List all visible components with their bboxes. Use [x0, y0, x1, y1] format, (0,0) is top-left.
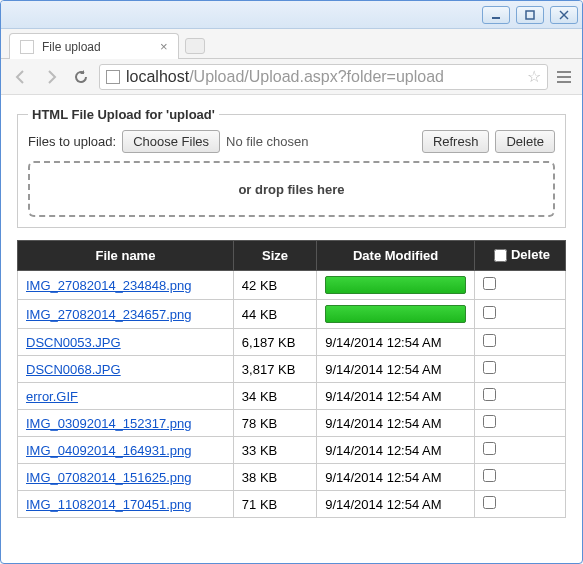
file-link[interactable]: DSCN0053.JPG: [26, 335, 121, 350]
window-titlebar: [1, 1, 582, 29]
reload-button[interactable]: [69, 65, 93, 89]
fieldset-legend: HTML File Upload for 'upload': [28, 107, 219, 122]
file-link[interactable]: error.GIF: [26, 389, 78, 404]
chrome-menu-button[interactable]: [554, 67, 574, 87]
svg-rect-1: [526, 11, 534, 19]
file-date: 9/14/2014 12:54 AM: [317, 410, 475, 437]
files-to-upload-label: Files to upload:: [28, 134, 116, 149]
file-date: 9/14/2014 12:54 AM: [317, 491, 475, 518]
file-link[interactable]: DSCN0068.JPG: [26, 362, 121, 377]
file-date: 9/14/2014 12:54 AM: [317, 437, 475, 464]
browser-tab[interactable]: File upload ×: [9, 33, 179, 59]
file-size: 3,817 KB: [233, 356, 316, 383]
file-link[interactable]: IMG_07082014_151625.png: [26, 470, 192, 485]
page-content: HTML File Upload for 'upload' Files to u…: [1, 95, 582, 530]
file-size: 42 KB: [233, 271, 316, 300]
table-row: IMG_27082014_234657.png44 KB: [18, 300, 566, 329]
delete-button[interactable]: Delete: [495, 130, 555, 153]
upload-progress-bar: [325, 276, 466, 294]
col-size: Size: [233, 241, 316, 271]
upload-fieldset: HTML File Upload for 'upload' Files to u…: [17, 107, 566, 228]
col-delete: Delete: [474, 241, 565, 271]
table-row: IMG_04092014_164931.png33 KB9/14/2014 12…: [18, 437, 566, 464]
delete-row-checkbox[interactable]: [483, 277, 496, 290]
files-table: File name Size Date Modified Delete IMG_…: [17, 240, 566, 518]
delete-row-checkbox[interactable]: [483, 496, 496, 509]
file-date: [317, 271, 475, 300]
file-size: 33 KB: [233, 437, 316, 464]
file-size: 71 KB: [233, 491, 316, 518]
refresh-button[interactable]: Refresh: [422, 130, 490, 153]
file-link[interactable]: IMG_27082014_234848.png: [26, 278, 192, 293]
maximize-button[interactable]: [516, 6, 544, 24]
file-link[interactable]: IMG_27082014_234657.png: [26, 307, 192, 322]
forward-button[interactable]: [39, 65, 63, 89]
table-row: error.GIF34 KB9/14/2014 12:54 AM: [18, 383, 566, 410]
no-file-chosen-text: No file chosen: [226, 134, 308, 149]
delete-all-checkbox[interactable]: [494, 249, 507, 262]
tab-title: File upload: [42, 40, 101, 54]
table-row: DSCN0053.JPG6,187 KB9/14/2014 12:54 AM: [18, 329, 566, 356]
upload-progress-bar: [325, 305, 466, 323]
drop-zone-hint: or drop files here: [238, 182, 344, 197]
delete-row-checkbox[interactable]: [483, 334, 496, 347]
browser-window: File upload × localhost/Upload/Upload.as…: [0, 0, 583, 564]
file-size: 78 KB: [233, 410, 316, 437]
file-date: [317, 300, 475, 329]
upload-controls-row: Files to upload: Choose Files No file ch…: [28, 130, 555, 153]
address-bar[interactable]: localhost/Upload/Upload.aspx?folder=uplo…: [99, 64, 548, 90]
file-size: 44 KB: [233, 300, 316, 329]
delete-row-checkbox[interactable]: [483, 306, 496, 319]
file-date: 9/14/2014 12:54 AM: [317, 464, 475, 491]
page-icon: [20, 40, 34, 54]
bookmark-star-icon[interactable]: ☆: [527, 67, 541, 86]
col-date: Date Modified: [317, 241, 475, 271]
file-link[interactable]: IMG_03092014_152317.png: [26, 416, 192, 431]
file-size: 6,187 KB: [233, 329, 316, 356]
col-filename: File name: [18, 241, 234, 271]
file-link[interactable]: IMG_11082014_170451.png: [26, 497, 192, 512]
delete-row-checkbox[interactable]: [483, 361, 496, 374]
close-window-button[interactable]: [550, 6, 578, 24]
url-text: localhost/Upload/Upload.aspx?folder=uplo…: [126, 68, 521, 86]
table-row: IMG_27082014_234848.png42 KB: [18, 271, 566, 300]
back-button[interactable]: [9, 65, 33, 89]
drop-zone[interactable]: or drop files here: [28, 161, 555, 217]
delete-row-checkbox[interactable]: [483, 442, 496, 455]
file-link[interactable]: IMG_04092014_164931.png: [26, 443, 192, 458]
nav-toolbar: localhost/Upload/Upload.aspx?folder=uplo…: [1, 59, 582, 95]
table-row: IMG_03092014_152317.png78 KB9/14/2014 12…: [18, 410, 566, 437]
minimize-button[interactable]: [482, 6, 510, 24]
table-row: IMG_07082014_151625.png38 KB9/14/2014 12…: [18, 464, 566, 491]
file-date: 9/14/2014 12:54 AM: [317, 329, 475, 356]
new-tab-button[interactable]: [185, 38, 205, 54]
tab-strip: File upload ×: [1, 29, 582, 59]
file-date: 9/14/2014 12:54 AM: [317, 356, 475, 383]
file-size: 34 KB: [233, 383, 316, 410]
file-date: 9/14/2014 12:54 AM: [317, 383, 475, 410]
delete-row-checkbox[interactable]: [483, 388, 496, 401]
close-tab-icon[interactable]: ×: [160, 42, 170, 52]
choose-files-button[interactable]: Choose Files: [122, 130, 220, 153]
table-row: IMG_11082014_170451.png71 KB9/14/2014 12…: [18, 491, 566, 518]
table-row: DSCN0068.JPG3,817 KB9/14/2014 12:54 AM: [18, 356, 566, 383]
file-size: 38 KB: [233, 464, 316, 491]
delete-row-checkbox[interactable]: [483, 469, 496, 482]
delete-row-checkbox[interactable]: [483, 415, 496, 428]
site-icon: [106, 70, 120, 84]
